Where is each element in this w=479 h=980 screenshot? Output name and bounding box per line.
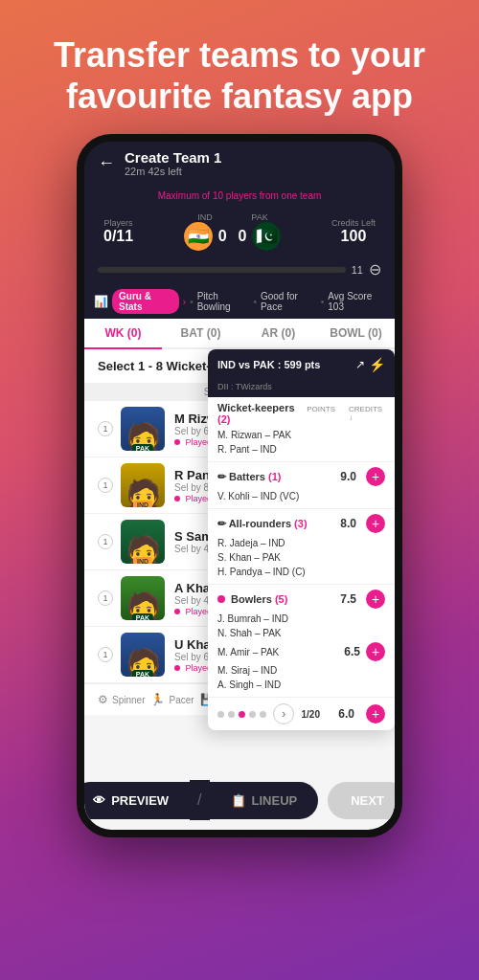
guru-bar[interactable]: 📊 Guru & Stats › • Pitch Bowling • Good … [84,284,395,319]
list-item[interactable]: N. Shah – PAK [217,626,385,640]
lineup-button[interactable]: 📋 LINEUP [210,782,319,819]
guru-tag[interactable]: Guru & Stats [112,289,179,314]
next-button[interactable]: NEXT [328,782,402,819]
player-num: 1 [98,534,113,549]
list-item[interactable]: S. Khan – PAK [217,550,385,565]
wk-player-1: M. Rizwan – PAK [217,430,385,440]
stats-row: Players 0/11 IND 🇮🇳 0 PAK 0 🇵🇰 [84,207,395,256]
preview-button[interactable]: 👁 PREVIEW [77,782,190,819]
player-badge: IND [133,557,152,564]
india-flag: 🇮🇳 [184,222,213,251]
player-num: 1 [98,647,113,662]
pacer-icon: 🏃 [150,693,165,706]
expand-icon[interactable]: ↗ [355,358,365,371]
match-dot [174,439,180,445]
lineup-icon: 📋 [231,793,246,808]
dot-1 [217,711,224,718]
allrounders-section: ✏ All-rounders (3) 8.0 + R. Jadeja – IND… [208,509,395,585]
dropdown-match: IND vs PAK : 599 pts [217,359,320,370]
spinner-item[interactable]: ⚙ Spinner [98,693,145,706]
dropdown-subtitle: DII : TWizards [208,380,395,397]
phone-mockup: ← Create Team 1 22m 42s left Maximum of … [0,134,479,837]
batters-add-button[interactable]: + [366,467,385,486]
guru-pitch: Pitch Bowling [197,291,250,312]
guru-avg: Avg Score 103 [328,291,385,312]
dropdown-header: IND vs PAK : 599 pts ↗ ⚡ [208,349,395,380]
tab-bowl[interactable]: BOWL (0) [317,319,395,347]
ind-label: IND [184,212,227,222]
guru-chevron-icon: › [183,297,186,307]
players-stat: Players 0/11 [103,218,133,245]
tab-ar[interactable]: AR (0) [240,319,317,347]
list-item[interactable]: H. Pandya – IND (C) [217,565,385,579]
header-title: Create Team 1 [125,149,381,166]
pak-label: PAK [239,212,282,222]
hero-section: Transfer teams to your favourite fantasy… [0,0,479,134]
player-avatar: 🧑 PAK [121,633,165,677]
ar-player-3: H. Pandya – IND (C) [217,567,385,577]
credits-label: CREDITS ↓ [349,405,385,422]
list-item[interactable]: M. Amir – PAK 6.5 + [217,640,385,663]
list-item[interactable]: M. Rizwan – PAK [217,428,385,442]
action-divider: / [190,780,209,820]
bowl-player-3: M. Amir – PAK [217,647,331,657]
guru-icon: 📊 [94,295,108,308]
tab-wk[interactable]: WK (0) [84,319,162,349]
header-subtitle: 22m 42s left [125,166,381,177]
next-page-button[interactable]: › [273,703,294,724]
player-dropdown: IND vs PAK : 599 pts ↗ ⚡ DII : TWizards … [208,349,395,730]
dot-5 [260,711,266,718]
player-avatar: 🧑 IND [121,463,165,507]
dot-2 [228,711,235,718]
bat-player-1: V. Kohli – IND (VC) [217,491,385,501]
pagination: › 1/20 6.0 + [208,698,395,730]
minus-button[interactable]: ⊖ [369,260,381,278]
player-avatar: 🧑 PAK [121,407,165,451]
phone-body: ← Create Team 1 22m 42s left Maximum of … [77,134,402,837]
pacer-item[interactable]: 🏃 Pacer [150,693,194,706]
wk-title: Wicket-keepers (2) [217,402,307,425]
match-dot [174,609,180,614]
list-item[interactable]: V. Kohli – IND (VC) [217,489,385,503]
app-header: ← Create Team 1 22m 42s left [84,142,395,185]
list-item[interactable]: R. Jadeja – IND [217,536,385,550]
spinner-icon: ⚙ [98,693,108,706]
amir-add-button[interactable]: + [366,642,385,661]
progress-bar [98,267,346,273]
main-content: Select 1 - 8 Wicket-Keepers ⚡ SELECTED B… [84,349,395,770]
match-dot [174,496,180,501]
pak-value: 0 [239,228,247,245]
pacer-label: Pacer [169,695,194,705]
progress-num: 11 [352,264,363,276]
player-avatar: 🧑 IND [121,520,165,564]
last-add-button[interactable]: + [366,704,385,724]
ar-add-button[interactable]: + [366,514,385,533]
player-num: 1 [98,478,113,493]
credits-stat: Credits Left 100 [331,218,376,245]
ind-value: 0 [218,228,227,245]
bowl-player-1: J. Bumrah – IND [217,613,385,624]
progress-wrap: 11 ⊖ [84,256,395,284]
filter-dropdown-icon[interactable]: ⚡ [369,357,385,372]
bowl-player-2: N. Shah – PAK [217,628,385,638]
list-item[interactable]: J. Bumrah – IND [217,612,385,626]
list-item[interactable]: R. Pant – IND [217,442,385,457]
player-badge: PAK [132,613,153,620]
list-item[interactable]: M. Siraj – IND [217,663,385,678]
ar-player-1: R. Jadeja – IND [217,538,385,548]
eye-icon: 👁 [93,793,105,808]
player-num: 1 [98,421,113,436]
dot-3 [239,711,245,718]
tab-bat[interactable]: BAT (0) [162,319,240,347]
player-badge: PAK [132,670,153,677]
players-limit-bar: Maximum of 10 players from one team [84,185,395,207]
header-info: Create Team 1 22m 42s left [125,149,381,177]
player-badge: PAK [132,444,153,451]
bowl-score: 7.5 [328,592,356,606]
pagination-dots [217,711,266,718]
list-item[interactable]: A. Singh – IND [217,678,385,692]
ar-title: ✏ All-rounders (3) [217,518,308,530]
back-button[interactable]: ← [98,153,115,173]
page-indicator: 1/20 [302,709,320,720]
bowl-add-button[interactable]: + [366,590,385,609]
